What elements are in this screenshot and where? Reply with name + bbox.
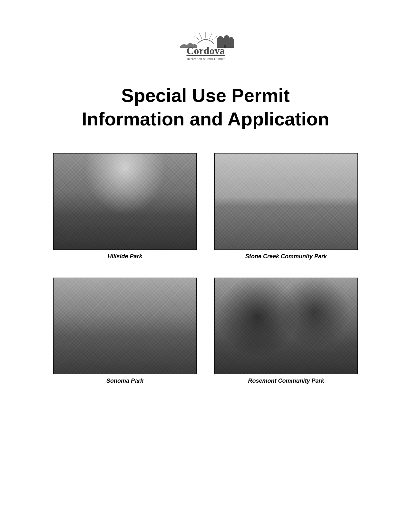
park-card-sonoma: Sonoma Park xyxy=(53,278,197,384)
svg-line-1 xyxy=(199,33,202,39)
page-title: Special Use Permit Information and Appli… xyxy=(82,84,329,131)
title-line-2: Information and Application xyxy=(82,107,329,131)
park-caption: Sonoma Park xyxy=(106,378,143,384)
cordova-logo: Cordova Recreation & Park District xyxy=(164,29,248,64)
title-line-1: Special Use Permit xyxy=(82,84,329,107)
park-card-stone-creek: Stone Creek Community Park xyxy=(214,153,358,260)
park-image-grid: Hillside Park Stone Creek Community Park… xyxy=(53,153,358,384)
park-image-hillside xyxy=(53,153,197,250)
svg-text:Recreation & Park District: Recreation & Park District xyxy=(187,57,225,61)
svg-line-4 xyxy=(212,36,217,40)
park-caption: Rosemont Community Park xyxy=(248,378,324,384)
park-caption: Stone Creek Community Park xyxy=(245,253,327,260)
svg-line-3 xyxy=(194,36,199,40)
logo-icon: Cordova Recreation & Park District xyxy=(164,29,248,64)
svg-line-2 xyxy=(210,33,212,39)
park-card-hillside: Hillside Park xyxy=(53,153,197,260)
svg-text:Cordova: Cordova xyxy=(186,45,225,56)
park-image-sonoma xyxy=(53,278,197,374)
park-image-stone-creek xyxy=(214,153,358,250)
park-image-rosemont xyxy=(214,278,358,374)
park-caption: Hillside Park xyxy=(107,253,142,260)
park-card-rosemont: Rosemont Community Park xyxy=(214,278,358,384)
